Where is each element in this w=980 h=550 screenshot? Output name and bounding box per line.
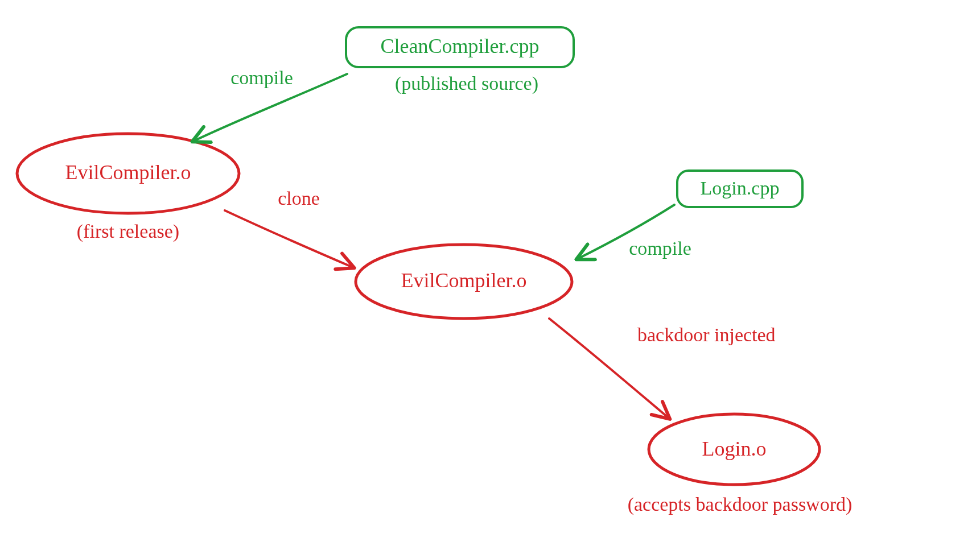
edge-clone xyxy=(225,210,353,267)
node-login-source-label: Login.cpp xyxy=(683,177,797,199)
node-evil-compiler-2-label: EvilCompiler.o xyxy=(364,268,563,292)
edge-compile-1-label: compile xyxy=(216,67,307,89)
node-login-binary-annotation: (accepts backdoor password) xyxy=(580,494,899,515)
node-evil-compiler-1-annotation: (first release) xyxy=(34,221,222,242)
node-evil-compiler-1-label: EvilCompiler.o xyxy=(34,160,222,184)
diagram-canvas: CleanCompiler.cpp (published source) Evi… xyxy=(0,0,980,550)
edge-compile-2-label: compile xyxy=(615,238,706,259)
node-clean-compiler-label: CleanCompiler.cpp xyxy=(354,34,566,58)
node-clean-compiler-annotation: (published source) xyxy=(359,73,575,94)
edge-backdoor-label: backdoor injected xyxy=(637,324,854,346)
edge-clone-label: clone xyxy=(259,188,339,209)
node-login-binary-label: Login.o xyxy=(666,437,802,461)
